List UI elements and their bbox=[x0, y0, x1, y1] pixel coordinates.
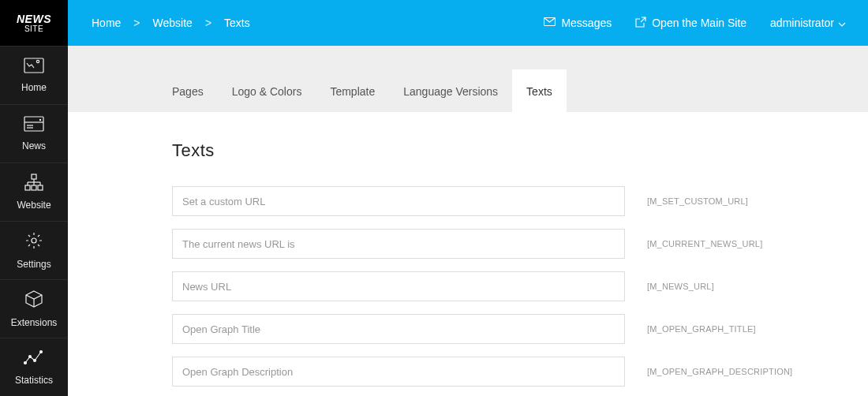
svg-line-23 bbox=[641, 17, 645, 22]
breadcrumb-item-home[interactable]: Home bbox=[92, 17, 121, 29]
logo-subtitle: SITE bbox=[24, 24, 43, 33]
breadcrumb-separator: > bbox=[133, 17, 140, 29]
svg-rect-10 bbox=[38, 185, 43, 190]
text-key-label: [M_CURRENT_NEWS_URL] bbox=[647, 239, 762, 248]
svg-point-18 bbox=[24, 362, 27, 364]
tab-language-versions[interactable]: Language Versions bbox=[389, 69, 512, 112]
message-icon bbox=[544, 17, 556, 29]
text-input-open-graph-title[interactable] bbox=[172, 314, 625, 344]
tabs: Pages Logo & Colors Template Language Ve… bbox=[68, 46, 868, 112]
home-icon bbox=[24, 58, 44, 77]
svg-point-1 bbox=[36, 60, 39, 62]
open-main-site-link[interactable]: Open the Main Site bbox=[635, 17, 746, 30]
user-menu[interactable]: administrator bbox=[770, 17, 846, 29]
stats-icon bbox=[24, 349, 44, 369]
sidebar-label: Home bbox=[21, 82, 47, 93]
news-icon bbox=[24, 116, 44, 135]
tab-logo-colors[interactable]: Logo & Colors bbox=[218, 69, 316, 112]
svg-rect-0 bbox=[24, 58, 43, 73]
text-field-row: [M_CURRENT_NEWS_URL] bbox=[172, 229, 836, 259]
text-key-label: [M_OPEN_GRAPH_DESCRIPTION] bbox=[647, 367, 792, 376]
chevron-down-icon bbox=[838, 17, 846, 29]
open-main-label: Open the Main Site bbox=[652, 17, 746, 29]
tab-texts[interactable]: Texts bbox=[512, 69, 567, 112]
sidebar-item-settings[interactable]: Settings bbox=[0, 221, 68, 279]
svg-point-21 bbox=[40, 351, 43, 353]
text-field-row: [M_NEWS_URL] bbox=[172, 271, 836, 301]
tab-template[interactable]: Template bbox=[316, 69, 389, 112]
svg-rect-9 bbox=[32, 185, 36, 190]
text-key-label: [M_SET_CUSTOM_URL] bbox=[647, 196, 748, 206]
breadcrumb-item-website[interactable]: Website bbox=[153, 17, 193, 29]
sidebar-item-statistics[interactable]: Statistics bbox=[0, 338, 68, 396]
sidebar-label: Extensions bbox=[11, 317, 58, 328]
messages-link[interactable]: Messages bbox=[544, 17, 612, 29]
sidebar-item-home[interactable]: Home bbox=[0, 46, 68, 104]
text-input-current-news-url[interactable] bbox=[172, 229, 625, 259]
sidebar: NEWS SITE Home bbox=[0, 0, 68, 396]
svg-rect-2 bbox=[24, 117, 43, 131]
text-key-label: [M_NEWS_URL] bbox=[647, 282, 714, 291]
sidebar-label: Settings bbox=[17, 259, 51, 270]
text-field-row: [M_OPEN_GRAPH_DESCRIPTION] bbox=[172, 357, 836, 387]
sidebar-item-website[interactable]: Website bbox=[0, 163, 68, 221]
user-name: administrator bbox=[770, 17, 834, 29]
external-link-icon bbox=[635, 17, 646, 30]
box-icon bbox=[24, 290, 43, 312]
texts-panel: Texts [M_SET_CUSTOM_URL] [M_CURRENT_NEWS… bbox=[68, 112, 868, 396]
text-input-set-custom-url[interactable] bbox=[172, 186, 625, 216]
text-field-row: [M_OPEN_GRAPH_TITLE] bbox=[172, 314, 836, 344]
sidebar-label: News bbox=[22, 140, 46, 151]
text-key-label: [M_OPEN_GRAPH_TITLE] bbox=[647, 324, 756, 334]
breadcrumb-separator: > bbox=[205, 17, 211, 29]
text-input-open-graph-description[interactable] bbox=[172, 357, 625, 387]
text-field-row: [M_SET_CUSTOM_URL] bbox=[172, 186, 836, 216]
sidebar-item-extensions[interactable]: Extensions bbox=[0, 279, 68, 338]
tab-pages[interactable]: Pages bbox=[158, 69, 218, 112]
messages-label: Messages bbox=[561, 17, 612, 29]
breadcrumb-item-texts[interactable]: Texts bbox=[224, 17, 250, 29]
sidebar-item-news[interactable]: News bbox=[0, 104, 68, 163]
logo[interactable]: NEWS SITE bbox=[0, 0, 68, 46]
topbar: Home > Website > Texts Messages bbox=[68, 0, 868, 46]
svg-rect-7 bbox=[32, 174, 36, 179]
logo-title: NEWS bbox=[17, 13, 51, 25]
website-icon bbox=[24, 174, 44, 194]
svg-point-19 bbox=[29, 356, 32, 358]
sidebar-label: Website bbox=[17, 200, 51, 211]
svg-point-16 bbox=[32, 238, 36, 243]
svg-point-6 bbox=[39, 119, 41, 121]
page-title: Texts bbox=[172, 140, 836, 161]
sidebar-label: Statistics bbox=[15, 375, 53, 386]
svg-point-20 bbox=[34, 360, 36, 362]
gear-icon bbox=[24, 231, 43, 253]
breadcrumb: Home > Website > Texts bbox=[92, 17, 544, 29]
svg-rect-8 bbox=[25, 185, 30, 190]
text-input-news-url[interactable] bbox=[172, 271, 625, 301]
